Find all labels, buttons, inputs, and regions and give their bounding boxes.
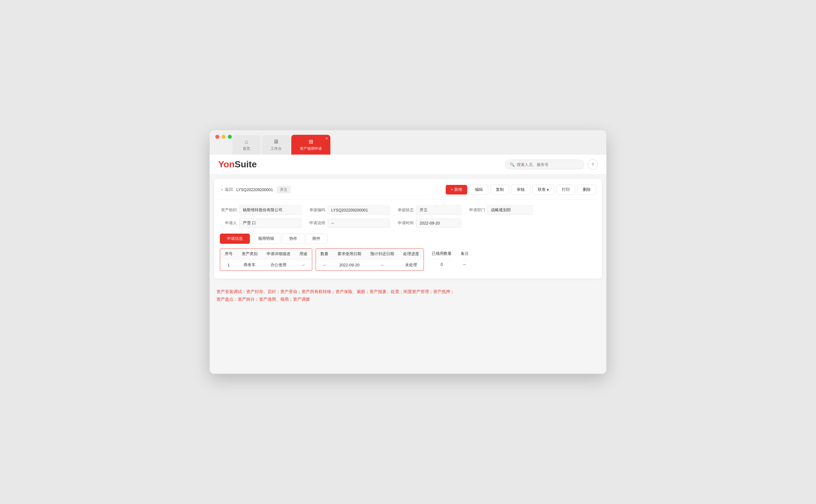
- help-icon: ?: [592, 162, 594, 167]
- tab-apply-info[interactable]: 申请信息: [220, 234, 250, 244]
- delete-button[interactable]: 删除: [578, 185, 596, 195]
- header-claimed-qty: 已领用数量: [432, 248, 452, 259]
- label-applicant: 申请人: [220, 221, 237, 226]
- field-apply-desc: 申请说明 --: [308, 219, 390, 228]
- content-tabs: 申请信息 领用明细 协作 附件: [220, 234, 596, 244]
- value-doc-code: LYSQ202209200001: [327, 206, 390, 215]
- col-claimed-qty: 已领用数量 0: [427, 248, 456, 270]
- cell-qty: --: [316, 260, 333, 271]
- field-applicant: 申请人 严雪 口: [220, 218, 301, 228]
- back-label: ＜ 返回: [220, 187, 233, 192]
- bottom-text-line2: 资产盘点；资产拆分；资产借用、领用；资产调拨: [216, 295, 600, 303]
- label-apply-time: 申请时间: [397, 221, 414, 226]
- header-remark: 备注: [461, 248, 469, 259]
- edit-button[interactable]: 编辑: [470, 185, 488, 195]
- field-doc-code: 单据编码 LYSQ202209200001: [308, 206, 390, 215]
- col-asset-type: 资产类别: [237, 249, 262, 260]
- cell-remark: --: [461, 259, 469, 270]
- col-return-date: 预计归还日期: [366, 249, 398, 260]
- tab-close-icon[interactable]: ✕: [325, 136, 328, 140]
- tab-cooperate[interactable]: 协作: [282, 234, 304, 244]
- page-header: YonSuite 🔍 ?: [210, 155, 606, 174]
- tab-home[interactable]: ⌂ 首页: [232, 135, 261, 155]
- link-button[interactable]: 联查 ▾: [532, 185, 554, 195]
- logo-yon: Yon: [218, 159, 235, 169]
- value-asset-org: 杨斯维特股份有限公司: [239, 205, 301, 215]
- label-doc-code: 单据编码: [308, 208, 325, 213]
- bottom-text: 资产安装调试；资产封存、启封；资产变动；资产所有权转移；资产保险、索赔；资产报废…: [210, 283, 606, 307]
- cell-return-date: --: [366, 260, 398, 271]
- table-row: 1 商务车 办公使用 --: [220, 260, 312, 271]
- back-button[interactable]: ＜ 返回: [220, 187, 233, 192]
- title-bar: ⌂ 首页 🖥 工作台 ✕ ⊞ 资产领用申请: [210, 130, 606, 155]
- table-row: -- 2022-09-20 -- 未处理: [316, 260, 424, 271]
- tab-asset-claim-label: 资产领用申请: [300, 146, 322, 151]
- header-right: 🔍 ?: [505, 159, 598, 170]
- tab-cooperate-label: 协作: [289, 236, 297, 241]
- review-button[interactable]: 审核: [512, 185, 530, 195]
- search-icon: 🔍: [510, 162, 515, 167]
- form-row-2: 申请人 严雪 口 申请说明 -- 申请时间 2022-09-20: [220, 218, 596, 228]
- new-button[interactable]: + 新增: [446, 185, 467, 195]
- value-apply-time: 2022-09-20: [416, 219, 461, 228]
- value-apply-dept: 战略规划部: [487, 205, 533, 215]
- table-extra: 已领用数量 0 备注 --: [427, 248, 473, 270]
- value-apply-desc: --: [327, 219, 390, 228]
- main-content: ＜ 返回 LYSQ202209200001 开立 + 新增 编辑 复制 审核 联…: [214, 179, 602, 279]
- logo-suite: Suite: [235, 159, 257, 169]
- search-bar[interactable]: 🔍: [505, 160, 584, 169]
- col-seq: 序号: [220, 249, 237, 260]
- tab-claim-detail[interactable]: 领用明细: [251, 234, 281, 244]
- cell-req-date: 2022-09-20: [333, 260, 366, 271]
- label-apply-desc: 申请说明: [308, 221, 325, 226]
- col-qty: 数量: [316, 249, 333, 260]
- tab-attachment-label: 附件: [312, 236, 320, 241]
- col-apply-desc: 申请详细描述: [262, 249, 295, 260]
- label-asset-org: 资产组织: [220, 208, 237, 213]
- cell-apply-desc: 办公使用: [262, 260, 295, 271]
- print-button[interactable]: 打印: [557, 185, 575, 195]
- bottom-text-line1: 资产安装调试；资产封存、启封；资产变动；资产所有权转移；资产保险、索赔；资产报废…: [216, 288, 600, 295]
- logo: YonSuite: [218, 159, 257, 170]
- tab-apply-info-label: 申请信息: [227, 236, 243, 241]
- document-id: LYSQ202209200001: [236, 187, 273, 192]
- field-apply-dept: 申请部门 战略规划部: [468, 205, 533, 215]
- form-section: 资产组织 杨斯维特股份有限公司 单据编码 LYSQ202209200001 单据…: [220, 205, 596, 228]
- asset-icon: ⊞: [308, 138, 313, 145]
- table-right: 数量 要求使用日期 预计归还日期 处理进度 -- 2022-09-20 -- 未…: [316, 248, 424, 271]
- field-apply-time: 申请时间 2022-09-20: [397, 219, 461, 228]
- workbench-icon: 🖥: [273, 138, 279, 145]
- cell-claimed-qty: 0: [432, 259, 452, 270]
- close-button[interactable]: [215, 135, 219, 139]
- minimize-button[interactable]: [221, 135, 225, 139]
- tab-workbench[interactable]: 🖥 工作台: [262, 135, 290, 155]
- col-remark: 备注 --: [456, 248, 473, 270]
- col-req-date: 要求使用日期: [333, 249, 366, 260]
- label-doc-status: 单据状态: [397, 208, 414, 213]
- toolbar-actions: + 新增 编辑 复制 审核 联查 ▾ 打印 删除: [446, 185, 596, 195]
- document-toolbar: ＜ 返回 LYSQ202209200001 开立 + 新增 编辑 复制 审核 联…: [220, 185, 596, 200]
- cell-asset-type: 商务车: [237, 260, 262, 271]
- help-button[interactable]: ?: [588, 159, 598, 170]
- label-apply-dept: 申请部门: [468, 208, 485, 213]
- cell-seq: 1: [220, 260, 237, 271]
- search-input[interactable]: [517, 162, 580, 167]
- value-doc-status: 开立: [416, 205, 461, 215]
- tab-home-label: 首页: [243, 146, 250, 151]
- cell-progress: 未处理: [398, 260, 424, 271]
- tab-attachment[interactable]: 附件: [305, 234, 327, 244]
- cell-usage: --: [295, 260, 312, 271]
- window-controls: [215, 135, 232, 139]
- maximize-button[interactable]: [228, 135, 232, 139]
- nav-tabs: ⌂ 首页 🖥 工作台 ✕ ⊞ 资产领用申请: [232, 135, 330, 155]
- tab-claim-detail-label: 领用明细: [258, 236, 274, 241]
- home-icon: ⌂: [245, 138, 248, 145]
- link-label: 联查: [538, 187, 546, 192]
- tab-asset-claim[interactable]: ✕ ⊞ 资产领用申请: [291, 135, 330, 155]
- app-window: ⌂ 首页 🖥 工作台 ✕ ⊞ 资产领用申请 YonSuite 🔍: [210, 130, 606, 374]
- status-badge: 开立: [276, 186, 291, 193]
- copy-button[interactable]: 复制: [491, 185, 509, 195]
- value-applicant: 严雪 口: [239, 218, 301, 228]
- table-section: 序号 资产类别 申请详细描述 用途 1 商务车 办公使用 --: [220, 248, 596, 271]
- field-doc-status: 单据状态 开立: [397, 205, 461, 215]
